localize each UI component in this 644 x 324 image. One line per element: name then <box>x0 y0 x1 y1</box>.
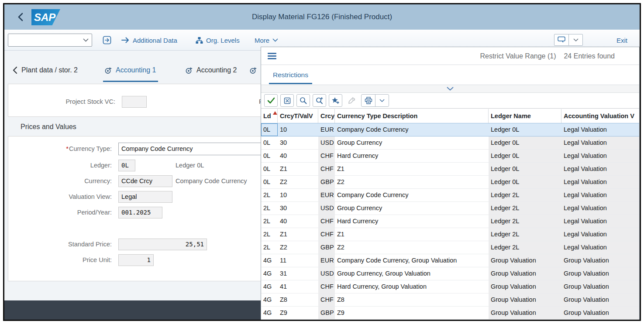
cell-ledger-name: Ledger 0L <box>489 123 561 136</box>
table-row[interactable]: 0L Z2 GBP Z2 Ledger 0L Legal Valuation <box>261 176 639 189</box>
tab-restrictions[interactable]: Restrictions <box>269 65 312 84</box>
gui-settings-button[interactable] <box>554 34 568 45</box>
table-row[interactable]: 4G 11 EUR Company Code Currency, Group V… <box>261 254 639 267</box>
cell-currency-type-description: Z2 <box>335 176 489 188</box>
column-header-crcyt-valv[interactable]: CrcyT/ValV <box>278 109 318 123</box>
cell-ledger-name: Ledger 2L <box>489 228 561 241</box>
cell-ld: 4G <box>261 267 278 280</box>
cell-ld: 2L <box>261 202 278 215</box>
table-row[interactable]: 0L Z1 CHF Z1 Ledger 0L Legal Valuation <box>261 163 639 176</box>
currency-label: Currency: <box>8 175 112 188</box>
cell-crcy: CHF <box>318 163 335 175</box>
print-button[interactable] <box>362 95 375 106</box>
required-marker: * <box>66 145 69 152</box>
cell-ld: 0L <box>261 176 278 188</box>
dialog-title-text: Restrict Value Range (1) <box>480 52 556 60</box>
print-options-dropdown-button[interactable] <box>375 95 389 106</box>
cell-ld: 4G <box>261 254 278 267</box>
gui-settings-dropdown-button[interactable] <box>568 34 582 45</box>
table-row[interactable]: 4G 41 CHF Hard Currency, Group Valuation… <box>261 280 639 293</box>
restrict-value-range-dialog: Restrict Value Range (1) 24 Entries foun… <box>261 47 640 320</box>
ledger-description: Ledger 0L <box>176 159 204 172</box>
ledger-field[interactable]: 0L <box>118 160 135 171</box>
cell-crcyt-valv: 10 <box>278 123 318 136</box>
cell-ledger-name: Group Valuation <box>489 307 561 319</box>
org-levels-button[interactable]: Org. Levels <box>196 30 240 51</box>
cell-ld: 2L <box>261 189 278 201</box>
menu-hamburger-icon[interactable] <box>268 53 276 59</box>
cell-ld: 0L <box>261 163 278 175</box>
more-label: More <box>255 37 269 44</box>
command-field-input[interactable] <box>10 34 79 46</box>
search-icon <box>300 97 307 104</box>
standard-price-label: Standard Price: <box>8 238 112 251</box>
cell-crcyt-valv: Z2 <box>278 176 318 188</box>
table-row[interactable]: 2L Z2 GBP Z2 Ledger 2L Legal Valuation <box>261 241 639 254</box>
table-row[interactable]: 4G 31 USD Group Currency, Group Valuatio… <box>261 267 639 280</box>
table-row[interactable]: 0L 30 USD Group Currency Ledger 0L Legal… <box>261 136 639 150</box>
star-plus-icon <box>331 97 340 104</box>
tab-plant-data-stor-2[interactable]: Plant data / stor. 2 <box>10 58 79 82</box>
dialog-toolbar <box>261 93 639 109</box>
table-row[interactable]: 0L 40 CHF Hard Currency Ledger 0L Legal … <box>261 150 639 163</box>
restrictions-collapse-bar[interactable] <box>261 85 639 93</box>
cell-ld: 4G <box>261 307 278 319</box>
period-year-field[interactable]: 001.2025 <box>118 207 162 218</box>
screenshot: SAP Display Material FG126 (Finished Pro… <box>0 0 644 324</box>
column-header-crcy[interactable]: Crcy <box>318 109 335 123</box>
cell-crcy: USD <box>318 267 335 280</box>
cell-ld: 0L <box>261 123 278 136</box>
find-button[interactable] <box>296 94 310 107</box>
cell-crcy: USD <box>318 136 335 149</box>
table-row[interactable]: 2L Z1 CHF Z1 Ledger 2L Legal Valuation <box>261 228 639 241</box>
cell-accounting-valuation: Legal Valuation <box>561 163 639 175</box>
value-table-body: 0L 10 EUR Company Code Currency Ledger 0… <box>261 123 639 320</box>
cell-crcy: CHF <box>318 150 335 162</box>
find-next-button[interactable] <box>313 94 326 107</box>
chevron-down-icon <box>447 87 454 91</box>
command-field-combobox[interactable] <box>8 34 92 47</box>
table-row[interactable]: 2L 40 CHF Hard Currency Ledger 2L Legal … <box>261 215 639 228</box>
table-row[interactable]: 4G Z9 GBP Z9 Group Valuation Group Valua… <box>261 307 639 320</box>
cell-ledger-name: Group Valuation <box>489 293 561 306</box>
dialog-title: Restrict Value Range (1) 24 Entries foun… <box>480 47 615 65</box>
tab-accounting-2[interactable]: Accounting 2 <box>184 58 239 82</box>
cell-currency-type-description: Hard Currency <box>335 215 489 228</box>
tab-accounting-1[interactable]: Accounting 1 <box>103 58 158 82</box>
additional-data-button[interactable]: Additional Data <box>121 30 177 51</box>
additional-data-label: Additional Data <box>133 37 177 44</box>
project-stock-vc-field[interactable] <box>122 96 147 108</box>
table-row[interactable]: 4G Z8 CHF Z8 Group Valuation Group Valua… <box>261 293 639 307</box>
currency-field[interactable]: CCde Crcy <box>118 175 172 187</box>
table-row[interactable]: 0L 10 EUR Company Code Currency Ledger 0… <box>261 123 639 136</box>
cell-crcyt-valv: 10 <box>278 189 318 201</box>
column-header-currency-type-description[interactable]: Currency Type Description <box>335 109 489 123</box>
table-row[interactable]: 2L 10 EUR Company Code Currency Ledger 2… <box>261 189 639 202</box>
cell-ledger-name: Ledger 2L <box>489 202 561 215</box>
continue-button[interactable] <box>101 34 113 46</box>
sort-ascending-icon <box>273 111 277 115</box>
currency-type-field[interactable]: Company Code Currency <box>118 143 269 155</box>
cancel-button[interactable] <box>280 94 294 107</box>
cell-crcyt-valv: 30 <box>278 136 318 149</box>
chevron-down-icon <box>272 38 278 42</box>
column-header-ld[interactable]: Ld <box>261 109 278 123</box>
cell-currency-type-description: Group Currency <box>335 136 489 149</box>
cell-currency-type-description: Z1 <box>335 228 489 241</box>
period-year-label: Period/Year: <box>8 206 112 219</box>
cell-currency-type-description: Hard Currency, Group Valuation <box>335 280 489 293</box>
cell-crcyt-valv: Z1 <box>278 228 318 241</box>
chevron-down-icon[interactable] <box>83 38 89 42</box>
accept-button[interactable] <box>264 94 278 107</box>
add-to-favorites-button[interactable] <box>329 94 342 107</box>
chevron-left-icon <box>12 66 18 74</box>
standard-price-field[interactable]: 25,51 <box>118 239 207 250</box>
valuation-view-field[interactable]: Legal <box>118 191 172 203</box>
table-row[interactable]: 2L 30 USD Group Currency Ledger 2L Legal… <box>261 202 639 215</box>
currency-type-label: *Currency Type: <box>8 143 112 155</box>
column-header-ledger-name[interactable]: Ledger Name <box>489 109 561 123</box>
column-header-accounting-valuation[interactable]: Accounting Valuation V <box>561 109 639 123</box>
cell-crcyt-valv: 11 <box>278 254 318 267</box>
price-unit-field[interactable]: 1 <box>118 254 154 266</box>
tab-label: Restrictions <box>273 71 308 79</box>
